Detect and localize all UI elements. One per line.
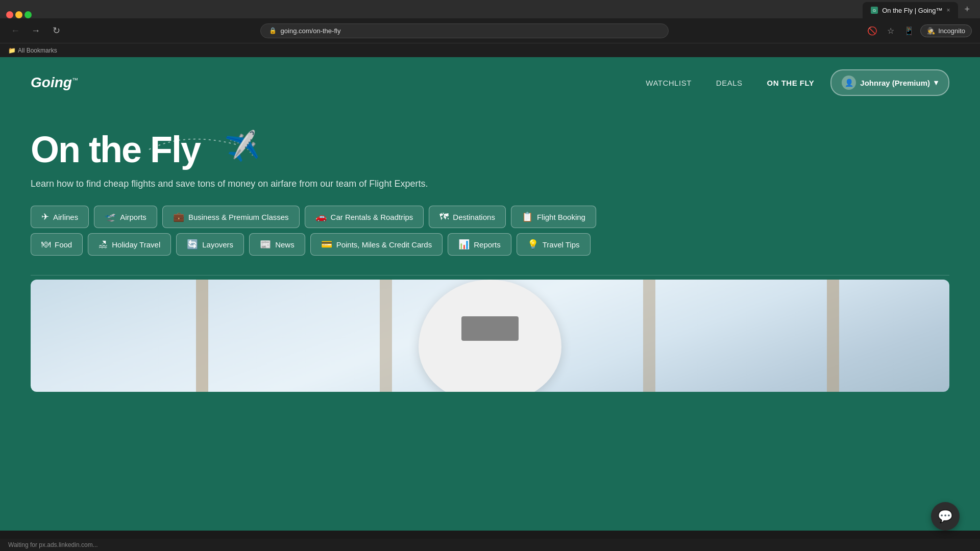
status-text: Waiting for px.ads.linkedin.com... [8, 541, 98, 548]
tab-bar: G On the Fly | Going™ × + [0, 0, 980, 18]
browser-tab-active[interactable]: G On the Fly | Going™ × [863, 2, 958, 18]
filter-business-label: Business & Premium Classes [188, 213, 289, 221]
filter-news[interactable]: 📰 News [249, 233, 305, 256]
site-nav: Going™ WATCHLIST DEALS ON THE FLY 👤 John… [0, 57, 980, 108]
hero-subtitle: Learn how to find cheap flights and save… [31, 179, 949, 189]
back-btn[interactable]: ← [8, 23, 22, 38]
device-icon[interactable]: 📱 [902, 23, 916, 38]
logo-tm: ™ [72, 77, 78, 84]
incognito-btn[interactable]: 🕵 Incognito [920, 24, 972, 37]
airports-icon: 🛫 [105, 211, 116, 222]
filter-tips-label: Travel Tips [543, 240, 580, 249]
new-tab-btn[interactable]: + [960, 4, 974, 15]
airlines-icon: ✈ [41, 211, 49, 222]
filter-holiday-travel[interactable]: 🏖 Holiday Travel [88, 233, 171, 256]
plane-window [461, 316, 519, 341]
filter-destinations-label: Destinations [453, 213, 495, 221]
filter-row-2: 🍽 Food 🏖 Holiday Travel 🔄 Layovers 📰 New… [31, 233, 949, 256]
filter-food[interactable]: 🍽 Food [31, 233, 83, 256]
user-name: Johnray (Premium) [860, 79, 930, 87]
hero-card-image [31, 280, 949, 392]
user-avatar-icon: 👤 [842, 76, 856, 90]
filter-holiday-label: Holiday Travel [112, 240, 160, 249]
food-icon: 🍽 [41, 239, 51, 250]
forward-btn[interactable]: → [29, 23, 43, 38]
tab-title: On the Fly | Going™ [882, 7, 942, 14]
browser-chrome: G On the Fly | Going™ × + ← → ↻ 🔒 going.… [0, 0, 980, 57]
lock-icon: 🔒 [269, 27, 277, 34]
holiday-icon: 🏖 [99, 239, 108, 250]
car-icon: 🚗 [315, 211, 327, 222]
bookmarks-bar: 📁 All Bookmarks [0, 43, 980, 57]
airplane-emoji: ✈️ [223, 129, 261, 165]
filter-layovers[interactable]: 🔄 Layovers [176, 233, 244, 256]
news-icon: 📰 [260, 239, 271, 250]
filter-airlines-label: Airlines [53, 213, 78, 221]
filter-airlines[interactable]: ✈ Airlines [31, 206, 89, 228]
filter-points[interactable]: 💳 Points, Miles & Credit Cards [310, 233, 443, 256]
plane-nose-shape [419, 280, 561, 392]
booking-icon: 📋 [522, 211, 533, 222]
bg-column-3 [643, 280, 655, 392]
tab-close-btn[interactable]: × [946, 7, 950, 14]
window-min-btn[interactable] [15, 11, 22, 18]
chat-icon: 💬 [938, 509, 953, 523]
destinations-icon: 🗺 [439, 212, 449, 222]
content-area [0, 280, 980, 392]
incognito-label: Incognito [938, 27, 965, 35]
bg-column-1 [196, 280, 208, 392]
filter-destinations[interactable]: 🗺 Destinations [429, 206, 506, 228]
hero-section: On the Fly ✈️ Learn how to find cheap fl… [0, 108, 980, 271]
chat-btn[interactable]: 💬 [931, 502, 960, 531]
content-divider [31, 275, 949, 276]
address-bar[interactable]: 🔒 going.com/on-the-fly [260, 23, 669, 38]
user-chevron-icon: ▾ [934, 78, 938, 87]
filter-layovers-label: Layovers [202, 240, 233, 249]
filter-flight-booking[interactable]: 📋 Flight Booking [511, 206, 596, 228]
bookmarks-folder-icon: 📁 [8, 47, 16, 54]
bookmarks-label: All Bookmarks [18, 47, 57, 54]
points-icon: 💳 [321, 239, 332, 250]
toolbar-actions: 🚫 ☆ 📱 🕵 Incognito [865, 23, 972, 38]
url-text: going.com/on-the-fly [281, 27, 341, 35]
business-icon: 💼 [173, 211, 184, 222]
reload-btn[interactable]: ↻ [49, 23, 63, 38]
logo-g-letter: G [31, 74, 42, 90]
filter-reports-label: Reports [474, 240, 501, 249]
filter-news-label: News [275, 240, 295, 249]
filter-travel-tips[interactable]: 💡 Travel Tips [517, 233, 591, 256]
filter-business[interactable]: 💼 Business & Premium Classes [162, 206, 300, 228]
page-content: Going™ WATCHLIST DEALS ON THE FLY 👤 John… [0, 57, 980, 531]
window-close-btn[interactable] [6, 11, 13, 18]
tips-icon: 💡 [527, 239, 538, 250]
filter-car-rentals[interactable]: 🚗 Car Rentals & Roadtrips [305, 206, 424, 228]
filter-booking-label: Flight Booking [537, 213, 585, 221]
bg-column-2 [380, 280, 392, 392]
filter-points-label: Points, Miles & Credit Cards [336, 240, 432, 249]
filter-food-label: Food [55, 240, 72, 249]
user-menu-btn[interactable]: 👤 Johnray (Premium) ▾ [830, 69, 949, 96]
filter-airports[interactable]: 🛫 Airports [94, 206, 157, 228]
filter-row-1: ✈ Airlines 🛫 Airports 💼 Business & Premi… [31, 206, 949, 228]
nav-on-the-fly[interactable]: ON THE FLY [767, 79, 815, 87]
filter-car-label: Car Rentals & Roadtrips [331, 213, 413, 221]
browser-toolbar: ← → ↻ 🔒 going.com/on-the-fly 🚫 ☆ 📱 🕵 Inc… [0, 18, 980, 43]
tab-favicon: G [871, 7, 878, 14]
logo-text: Going™ [31, 74, 78, 91]
nav-watchlist[interactable]: WATCHLIST [646, 79, 692, 87]
reports-icon: 📊 [458, 239, 470, 250]
filter-reports[interactable]: 📊 Reports [448, 233, 511, 256]
nav-links: WATCHLIST DEALS ON THE FLY [646, 79, 814, 87]
status-bar: Waiting for px.ads.linkedin.com... [0, 539, 980, 551]
window-max-btn[interactable] [24, 11, 32, 18]
layovers-icon: 🔄 [187, 239, 198, 250]
filter-airports-label: Airports [120, 213, 146, 221]
incognito-icon: 🕵 [927, 27, 935, 35]
hero-title-row: On the Fly ✈️ [31, 129, 949, 170]
camera-off-icon[interactable]: 🚫 [865, 23, 879, 38]
address-bar-container: 🔒 going.com/on-the-fly [69, 23, 859, 38]
plane-illustration: ✈️ [226, 132, 259, 163]
bookmark-icon[interactable]: ☆ [884, 23, 898, 38]
nav-deals[interactable]: DEALS [716, 79, 743, 87]
going-logo[interactable]: Going™ [31, 74, 78, 91]
